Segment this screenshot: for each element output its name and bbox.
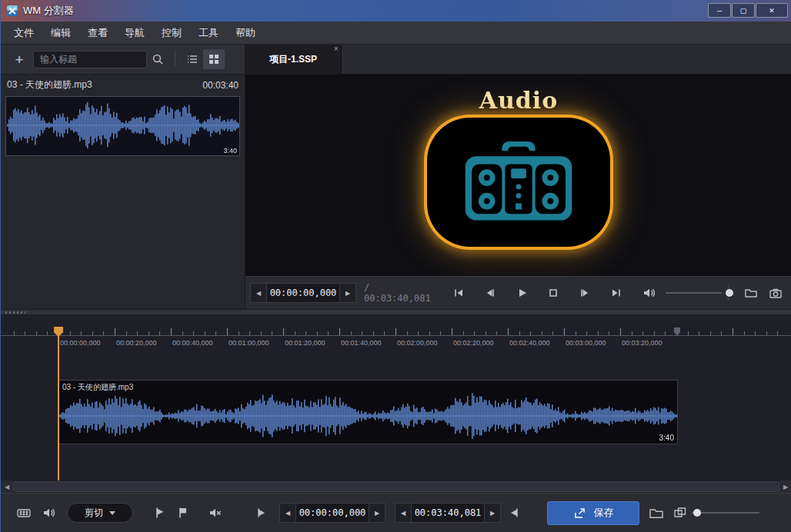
menu-file[interactable]: 文件: [5, 22, 42, 45]
end-marker-icon: [509, 507, 519, 519]
skip-end-icon: [610, 287, 622, 299]
window-controls: ─ ▢ ✕: [708, 3, 788, 18]
scrollbar-thumb[interactable]: [13, 481, 779, 492]
open-folder-button[interactable]: [743, 285, 759, 301]
panel-splitter[interactable]: [1, 309, 791, 315]
audio-file-icon: [427, 118, 610, 247]
play-marker-icon: [256, 507, 267, 519]
timeline-clip-waveform: [59, 393, 677, 439]
player-panel: 项目-1.SSP × Audio: [245, 45, 791, 309]
export-icon: [573, 507, 586, 520]
search-input[interactable]: [33, 51, 147, 68]
total-time-display: / 00:03:40,081: [364, 282, 431, 304]
ruler-tick-label: 00:01:40,000: [341, 339, 382, 347]
start-time-increment-button[interactable]: [369, 503, 385, 523]
mode-dropdown[interactable]: 剪切: [67, 503, 133, 523]
volume-slider-handle[interactable]: [726, 289, 733, 297]
grid-options-button[interactable]: [15, 505, 33, 520]
menu-control[interactable]: 控制: [153, 22, 190, 45]
play-button[interactable]: [514, 285, 529, 301]
set-end-marker-button[interactable]: [507, 505, 521, 520]
bottom-toolbar: 剪切 00:00:00,000 00:03:40,081 保存: [1, 493, 791, 532]
folder-icon: [649, 507, 664, 520]
step-back-button[interactable]: [482, 285, 498, 301]
add-marker-button[interactable]: [175, 504, 192, 521]
grid-view-icon: [208, 53, 220, 65]
ruler-tick-label: 00:00:40,000: [172, 339, 213, 347]
thumbnail-waveform: [7, 101, 239, 150]
maximize-icon: ▢: [740, 7, 747, 15]
mode-dropdown-label: 剪切: [85, 507, 103, 520]
timeline-clip[interactable]: 03 - 天使的翅膀.mp3 3:40: [58, 380, 678, 444]
skip-to-end-button[interactable]: [609, 285, 624, 301]
ruler-tick-label: 00:01:00,000: [229, 339, 269, 347]
time-increment-button[interactable]: [339, 283, 356, 303]
playback-controls: [451, 285, 624, 301]
volume-slider[interactable]: [666, 288, 722, 298]
zoom-slider-handle[interactable]: [693, 509, 701, 517]
search-button[interactable]: [147, 49, 169, 69]
library-item-thumbnail[interactable]: 3:40: [5, 96, 240, 156]
add-media-button[interactable]: +: [10, 49, 28, 69]
ruler-tick-label: 00:02:20,000: [453, 339, 494, 347]
speaker-icon: [42, 507, 56, 519]
grid-view-button[interactable]: [203, 49, 225, 69]
transport-bar: 00:00:00,000 / 00:03:40,081: [245, 276, 791, 309]
ruler-tick-label: 00:02:40,000: [509, 339, 550, 347]
app-icon: [6, 5, 18, 17]
menu-tools[interactable]: 工具: [190, 22, 227, 45]
chevron-down-icon: [109, 511, 115, 515]
end-time-decrement-button[interactable]: [395, 503, 412, 523]
library-toolbar: +: [1, 45, 245, 75]
play-from-start-marker-button[interactable]: [255, 505, 269, 520]
window-title: WM 分割器: [23, 4, 74, 18]
close-icon: ✕: [769, 7, 775, 15]
zoom-slider[interactable]: [692, 507, 759, 518]
play-icon: [516, 287, 528, 299]
library-item-duration: 00:03:40: [202, 80, 239, 91]
ruler-tick-label: 00:00:20,000: [116, 339, 157, 347]
close-button[interactable]: ✕: [756, 3, 788, 18]
scroll-left-button[interactable]: [1, 480, 13, 493]
mute-button[interactable]: [207, 505, 224, 520]
menu-edit[interactable]: 编辑: [42, 22, 79, 45]
tab-close-icon[interactable]: ×: [334, 45, 339, 53]
output-folder-button[interactable]: [647, 505, 666, 521]
list-view-button[interactable]: [182, 49, 203, 69]
audio-track-button[interactable]: [41, 505, 58, 520]
stop-button[interactable]: [546, 285, 561, 301]
horizontal-scrollbar[interactable]: [1, 480, 791, 493]
folder-icon: [744, 287, 758, 299]
menu-view[interactable]: 查看: [79, 22, 116, 45]
step-forward-icon: [579, 287, 591, 299]
playhead[interactable]: [58, 327, 59, 480]
timeline-ruler[interactable]: 00:00:00,00000:00:20,00000:00:40,00000:0…: [1, 315, 791, 355]
maximize-button[interactable]: ▢: [732, 3, 755, 18]
zoom-control: [673, 507, 759, 519]
minimize-button[interactable]: ─: [708, 3, 731, 18]
volume-button[interactable]: [641, 285, 658, 301]
library-item[interactable]: 03 - 天使的翅膀.mp3 00:03:40: [1, 76, 245, 94]
tab-project[interactable]: 项目-1.SSP ×: [245, 45, 342, 75]
set-start-marker-button[interactable]: [152, 504, 169, 521]
save-button[interactable]: 保存: [547, 501, 639, 525]
toolbar-divider: [175, 52, 175, 67]
menu-help[interactable]: 帮助: [227, 22, 264, 45]
menu-navigate[interactable]: 导航: [116, 22, 153, 45]
start-time-decrement-button[interactable]: [279, 503, 296, 523]
zoom-windows-icon: [673, 507, 687, 519]
tab-bar: 项目-1.SSP ×: [245, 45, 791, 75]
scroll-right-button[interactable]: [779, 480, 791, 493]
end-time-increment-button[interactable]: [484, 503, 501, 523]
app-window: WM 分割器 ─ ▢ ✕ 文件 编辑 查看 导航 控制 工具 帮助 +: [0, 0, 791, 532]
grid-icon: [16, 507, 32, 519]
time-decrement-button[interactable]: [250, 283, 267, 303]
start-time-display: 00:00:00,000: [296, 503, 369, 523]
step-forward-button[interactable]: [577, 285, 592, 301]
snapshot-button[interactable]: [767, 285, 784, 301]
boombox-icon: [458, 137, 579, 228]
zoom-slider-track: [692, 512, 759, 514]
tab-project-label: 项目-1.SSP: [269, 53, 317, 66]
skip-to-start-button[interactable]: [451, 285, 466, 301]
titlebar[interactable]: WM 分割器 ─ ▢ ✕: [1, 0, 791, 22]
